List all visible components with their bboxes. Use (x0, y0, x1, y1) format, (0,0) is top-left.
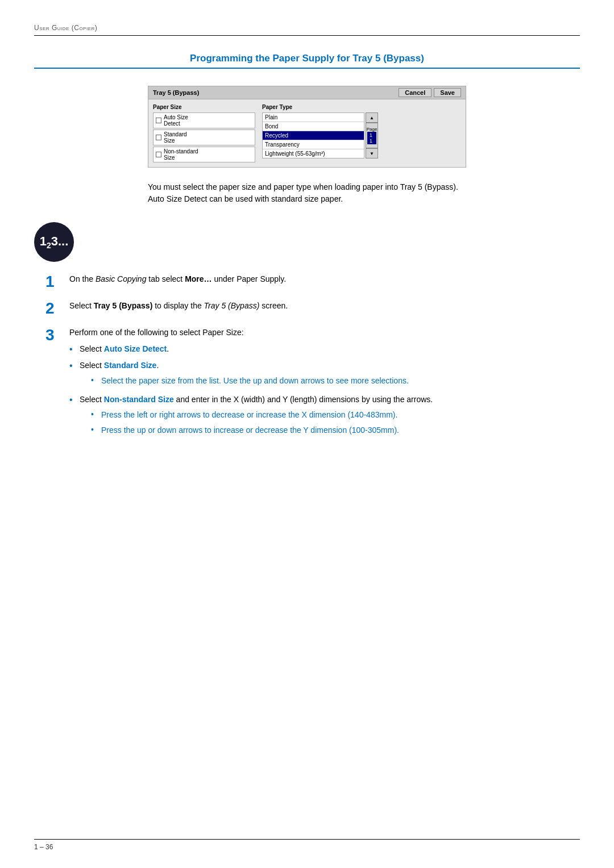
scroll-up-button[interactable]: ▲ (366, 112, 378, 123)
size-option-auto[interactable]: Auto SizeDetect (153, 112, 255, 128)
ui-screenshot-panel: Tray 5 (Bypass) Cancel Save Paper Size A… (148, 86, 466, 168)
ui-panel-buttons: Cancel Save (399, 88, 461, 97)
save-button[interactable]: Save (434, 88, 461, 97)
page-indicator: Page 1 1 (366, 123, 378, 148)
size-options: Auto SizeDetect StandardSize Non-standar… (153, 112, 255, 162)
step-1-bold: More… (185, 274, 211, 283)
page-header: User Guide (Copier) (34, 23, 580, 36)
sub-bullet-standard-1: Select the paper size from the list. Use… (91, 375, 409, 387)
size-checkbox-auto (156, 118, 161, 123)
ui-titlebar: Tray 5 (Bypass) Cancel Save (148, 86, 466, 99)
sub-bullet-nonstandard-1-text: Press the left or right arrows to decrea… (101, 409, 397, 421)
ui-content: Paper Size Auto SizeDetect StandardSize … (148, 99, 466, 167)
step-1-content: On the Basic Copying tab select More… un… (69, 273, 580, 285)
type-item-bond[interactable]: Bond (263, 122, 364, 131)
size-option-standard-label: StandardSize (164, 131, 187, 144)
step-2-number: 2 (45, 300, 63, 318)
scroll-down-button[interactable]: ▼ (366, 148, 378, 158)
step-2-bold: Tray 5 (Bypass) (94, 301, 153, 310)
description-text: You must select the paper size and paper… (148, 181, 466, 205)
page-container: User Guide (Copier) Programming the Pape… (0, 0, 614, 868)
bullet-auto-size-text: Select Auto Size Detect. (80, 343, 169, 355)
step-1-italic: Basic Copying (96, 274, 147, 283)
step-3-bullets: Select Auto Size Detect. Select Standard… (69, 343, 580, 440)
type-item-plain[interactable]: Plain (263, 113, 364, 122)
nonstandard-size-bold: Non-standard Size (104, 395, 174, 404)
step-3: 3 Perform one of the following to select… (45, 327, 580, 443)
bullet-standard-size-text: Select Standard Size. (80, 361, 159, 370)
steps-badge: 123... (34, 222, 74, 262)
step-2-italic: Tray 5 (Bypass) (204, 301, 260, 310)
bullet-nonstandard-size: Select Non-standard Size and enter in th… (69, 394, 580, 440)
step-1: 1 On the Basic Copying tab select More… … (45, 273, 580, 291)
size-option-standard[interactable]: StandardSize (153, 130, 255, 145)
page-title: Programming the Paper Supply for Tray 5 … (34, 53, 580, 69)
sub-bullet-nonstandard-2-text: Press the up or down arrows to increase … (101, 424, 399, 436)
step-3-content: Perform one of the following to select P… (69, 327, 580, 443)
bullet-nonstandard-size-text: Select Non-standard Size and enter in th… (80, 395, 433, 404)
auto-size-bold: Auto Size Detect (104, 344, 167, 353)
step-1-number: 1 (45, 273, 63, 291)
size-checkbox-standard (156, 135, 161, 140)
step-2: 2 Select Tray 5 (Bypass) to display the … (45, 300, 580, 318)
bullet-standard-size-wrapper: Select Standard Size. Select the paper s… (80, 360, 409, 390)
size-option-nonstandard[interactable]: Non-standardSize (153, 147, 255, 162)
ui-panel-title: Tray 5 (Bypass) (153, 89, 199, 96)
bullet-nonstandard-size-wrapper: Select Non-standard Size and enter in th… (80, 394, 433, 440)
bullet-auto-size: Select Auto Size Detect. (69, 343, 580, 356)
page-footer: 1 – 36 (34, 839, 580, 851)
scroll-and-page: ▲ Page 1 1 ▼ (366, 112, 378, 158)
sub-bullets-standard: Select the paper size from the list. Use… (80, 375, 409, 387)
paper-size-section: Paper Size Auto SizeDetect StandardSize … (153, 104, 255, 162)
page-number: 1 1 (367, 132, 376, 144)
page-number-footer: 1 – 36 (34, 843, 53, 851)
type-item-lightweight[interactable]: Lightweight (55-63g/m²) (263, 149, 364, 158)
sub-bullet-nonstandard-2: Press the up or down arrows to increase … (91, 424, 433, 436)
steps-container: 1 On the Basic Copying tab select More… … (34, 273, 580, 443)
sub-bullet-nonstandard-1: Press the left or right arrows to decrea… (91, 409, 433, 421)
step-3-number: 3 (45, 327, 63, 344)
standard-size-bold: Standard Size (104, 361, 157, 370)
size-option-nonstandard-label: Non-standardSize (164, 148, 198, 161)
type-list-wrapper: Plain Bond Recycled Transparency Lightwe… (262, 112, 461, 158)
sub-bullets-nonstandard: Press the left or right arrows to decrea… (80, 409, 433, 436)
cancel-button[interactable]: Cancel (399, 88, 432, 97)
header-text: User Guide (Copier) (34, 24, 97, 32)
type-item-transparency[interactable]: Transparency (263, 140, 364, 149)
size-checkbox-nonstandard (156, 152, 161, 157)
page-label: Page (367, 127, 377, 132)
paper-type-list: Plain Bond Recycled Transparency Lightwe… (262, 112, 364, 158)
type-item-recycled[interactable]: Recycled (263, 131, 364, 140)
paper-type-label: Paper Type (262, 104, 461, 110)
step-2-content: Select Tray 5 (Bypass) to display the Tr… (69, 300, 580, 312)
paper-type-section: Paper Type Plain Bond Recycled Transpare… (262, 104, 461, 162)
paper-size-label: Paper Size (153, 104, 255, 110)
sub-bullet-standard-1-text: Select the paper size from the list. Use… (101, 375, 409, 387)
steps-badge-text: 123... (40, 234, 69, 250)
size-option-auto-label: Auto SizeDetect (164, 114, 188, 127)
bullet-standard-size: Select Standard Size. Select the paper s… (69, 360, 580, 390)
